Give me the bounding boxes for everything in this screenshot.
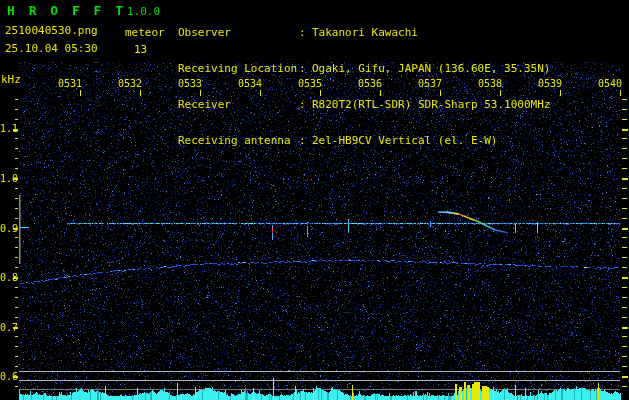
x-tick-label: 0538 [474, 78, 502, 89]
info-separator: : [299, 135, 312, 147]
info-separator: : [299, 99, 312, 111]
info-row-receiver: Receiver:R820T2(RTL-SDR) SDR-Sharp 53.10… [178, 99, 550, 111]
mode-label: meteor [125, 26, 165, 39]
echo-count: 13 [134, 43, 147, 56]
info-row-antenna: Receiving antenna:2el-HB9CV Vertical (el… [178, 135, 550, 147]
x-tick-label: 0540 [594, 78, 622, 89]
observation-timestamp: 25.10.04 05:30 [5, 42, 98, 55]
info-separator: : [299, 63, 312, 75]
output-filename: 2510040530.png [5, 24, 98, 37]
info-row-location: Receiving Location:Ogaki, Gifu, JAPAN (1… [178, 63, 550, 75]
y-tick-label: 0.8 [0, 272, 13, 283]
info-label: Receiver [178, 99, 299, 111]
y-tick-label: 0.7 [0, 322, 13, 333]
info-separator: : [299, 27, 312, 39]
y-tick-label: 0.6 [0, 371, 13, 382]
info-label: Receiving antenna [178, 135, 299, 147]
hrofft-window: H R O F F T 1.0.0 2510040530.png meteor … [0, 0, 629, 400]
app-title: H R O F F T [7, 3, 126, 18]
app-version: 1.0.0 [127, 5, 160, 18]
info-value: 2el-HB9CV Vertical (el. E-W) [312, 135, 497, 147]
y-tick-label: 1.0 [0, 173, 13, 184]
x-tick-label: 0532 [114, 78, 142, 89]
x-tick-label: 0536 [354, 78, 382, 89]
x-tick-label: 0531 [54, 78, 82, 89]
info-label: Receiving Location [178, 63, 299, 75]
info-label: Observer [178, 27, 299, 39]
x-tick-label: 0539 [534, 78, 562, 89]
x-tick-label: 0535 [294, 78, 322, 89]
info-value: Ogaki, Gifu, JAPAN (136.60E, 35.35N) [312, 63, 550, 75]
y-axis-unit-label: kHz [1, 73, 21, 86]
info-value: R820T2(RTL-SDR) SDR-Sharp 53.1000MHz [312, 99, 550, 111]
info-row-observer: Observer:Takanori Kawachi [178, 27, 550, 39]
x-tick-label: 0533 [174, 78, 202, 89]
info-value: Takanori Kawachi [312, 27, 418, 39]
x-tick-label: 0534 [234, 78, 262, 89]
y-tick-label: 1.1 [0, 123, 13, 134]
y-tick-label: 0.9 [0, 223, 13, 234]
x-tick-label: 0537 [414, 78, 442, 89]
